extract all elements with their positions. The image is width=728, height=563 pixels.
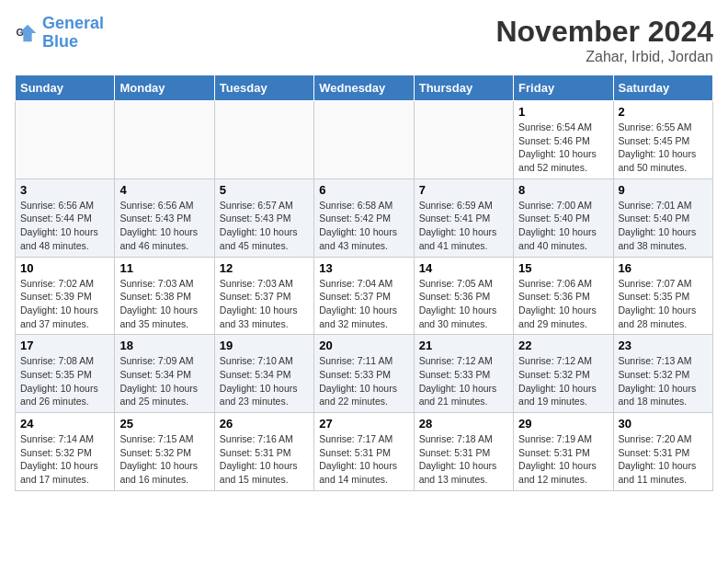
day-number: 19 — [220, 339, 309, 352]
calendar-cell: 4Sunrise: 6:56 AMSunset: 5:43 PMDaylight… — [115, 178, 214, 257]
weekday-header-wednesday: Wednesday — [314, 75, 414, 101]
calendar-cell: 18Sunrise: 7:09 AMSunset: 5:34 PMDayligh… — [115, 335, 214, 413]
calendar-cell: 14Sunrise: 7:05 AMSunset: 5:36 PMDayligh… — [414, 257, 513, 335]
day-number: 18 — [119, 339, 209, 352]
weekday-header-monday: Monday — [115, 75, 214, 101]
calendar-cell: 8Sunrise: 7:00 AMSunset: 5:40 PMDaylight… — [514, 178, 613, 257]
location: Zahar, Irbid, Jordan — [495, 49, 713, 65]
day-number: 28 — [419, 417, 508, 431]
week-row-1: 1Sunrise: 6:54 AMSunset: 5:46 PMDaylight… — [16, 101, 713, 179]
day-info: Sunrise: 7:08 AMSunset: 5:35 PMDaylight:… — [20, 354, 109, 408]
day-number: 17 — [20, 339, 109, 352]
calendar-cell: 22Sunrise: 7:12 AMSunset: 5:32 PMDayligh… — [514, 335, 613, 413]
day-info: Sunrise: 7:09 AMSunset: 5:34 PMDaylight:… — [119, 354, 209, 408]
weekday-header-thursday: Thursday — [414, 75, 513, 101]
day-info: Sunrise: 6:56 AMSunset: 5:44 PMDaylight:… — [20, 199, 109, 253]
calendar-cell: 12Sunrise: 7:03 AMSunset: 5:37 PMDayligh… — [214, 257, 313, 335]
day-info: Sunrise: 7:10 AMSunset: 5:34 PMDaylight:… — [220, 354, 309, 408]
day-number: 21 — [419, 339, 508, 352]
day-number: 9 — [619, 183, 708, 197]
day-number: 13 — [319, 261, 408, 275]
week-row-2: 3Sunrise: 6:56 AMSunset: 5:44 PMDaylight… — [16, 178, 713, 257]
calendar-cell: 2Sunrise: 6:55 AMSunset: 5:45 PMDaylight… — [613, 101, 712, 179]
day-number: 30 — [619, 417, 708, 431]
calendar-cell — [214, 101, 313, 179]
day-info: Sunrise: 7:15 AMSunset: 5:32 PMDaylight:… — [119, 432, 209, 487]
day-number: 16 — [619, 261, 708, 275]
calendar-cell — [16, 101, 115, 179]
day-info: Sunrise: 6:59 AMSunset: 5:41 PMDaylight:… — [419, 199, 508, 253]
calendar-cell: 10Sunrise: 7:02 AMSunset: 5:39 PMDayligh… — [16, 257, 115, 335]
calendar-cell: 17Sunrise: 7:08 AMSunset: 5:35 PMDayligh… — [16, 335, 115, 413]
logo-icon: G — [15, 20, 40, 46]
day-number: 23 — [619, 339, 708, 352]
day-number: 10 — [20, 261, 109, 275]
day-number: 5 — [220, 183, 309, 197]
day-number: 2 — [619, 105, 708, 119]
calendar-cell: 23Sunrise: 7:13 AMSunset: 5:32 PMDayligh… — [613, 335, 712, 413]
day-info: Sunrise: 7:13 AMSunset: 5:32 PMDaylight:… — [619, 354, 708, 408]
day-number: 4 — [119, 183, 209, 197]
day-info: Sunrise: 7:18 AMSunset: 5:31 PMDaylight:… — [419, 432, 508, 487]
logo-text: General Blue — [42, 15, 104, 52]
day-number: 1 — [518, 105, 608, 119]
calendar-cell: 19Sunrise: 7:10 AMSunset: 5:34 PMDayligh… — [214, 335, 313, 413]
calendar-table: SundayMondayTuesdayWednesdayThursdayFrid… — [15, 75, 713, 491]
day-info: Sunrise: 6:58 AMSunset: 5:42 PMDaylight:… — [319, 199, 408, 253]
day-number: 27 — [319, 417, 408, 431]
title-block: November 2024 Zahar, Irbid, Jordan — [495, 15, 713, 65]
weekday-header-friday: Friday — [514, 75, 613, 101]
day-info: Sunrise: 7:03 AMSunset: 5:38 PMDaylight:… — [119, 277, 209, 331]
day-number: 26 — [220, 417, 309, 431]
day-info: Sunrise: 6:57 AMSunset: 5:43 PMDaylight:… — [220, 199, 309, 253]
logo-line1: General — [42, 14, 104, 32]
day-number: 29 — [518, 417, 608, 431]
calendar-cell: 13Sunrise: 7:04 AMSunset: 5:37 PMDayligh… — [314, 257, 414, 335]
calendar-cell: 3Sunrise: 6:56 AMSunset: 5:44 PMDaylight… — [16, 178, 115, 257]
calendar-cell: 26Sunrise: 7:16 AMSunset: 5:31 PMDayligh… — [214, 413, 313, 491]
calendar-cell: 15Sunrise: 7:06 AMSunset: 5:36 PMDayligh… — [514, 257, 613, 335]
week-row-4: 17Sunrise: 7:08 AMSunset: 5:35 PMDayligh… — [16, 335, 713, 413]
calendar-cell — [115, 101, 214, 179]
day-number: 8 — [518, 183, 608, 197]
day-number: 7 — [419, 183, 508, 197]
calendar-cell: 28Sunrise: 7:18 AMSunset: 5:31 PMDayligh… — [414, 413, 513, 491]
calendar-cell: 11Sunrise: 7:03 AMSunset: 5:38 PMDayligh… — [115, 257, 214, 335]
logo-line2: Blue — [42, 32, 78, 51]
day-info: Sunrise: 7:00 AMSunset: 5:40 PMDaylight:… — [518, 199, 608, 253]
day-number: 11 — [119, 261, 209, 275]
calendar-cell: 25Sunrise: 7:15 AMSunset: 5:32 PMDayligh… — [115, 413, 214, 491]
calendar-cell: 27Sunrise: 7:17 AMSunset: 5:31 PMDayligh… — [314, 413, 414, 491]
calendar-cell: 6Sunrise: 6:58 AMSunset: 5:42 PMDaylight… — [314, 178, 414, 257]
weekday-row: SundayMondayTuesdayWednesdayThursdayFrid… — [16, 75, 713, 101]
day-info: Sunrise: 7:01 AMSunset: 5:40 PMDaylight:… — [619, 199, 708, 253]
week-row-3: 10Sunrise: 7:02 AMSunset: 5:39 PMDayligh… — [16, 257, 713, 335]
calendar-header: SundayMondayTuesdayWednesdayThursdayFrid… — [16, 75, 713, 101]
day-info: Sunrise: 7:12 AMSunset: 5:33 PMDaylight:… — [419, 354, 508, 408]
day-info: Sunrise: 7:06 AMSunset: 5:36 PMDaylight:… — [518, 277, 608, 331]
calendar-cell: 7Sunrise: 6:59 AMSunset: 5:41 PMDaylight… — [414, 178, 513, 257]
calendar-cell: 21Sunrise: 7:12 AMSunset: 5:33 PMDayligh… — [414, 335, 513, 413]
day-info: Sunrise: 7:07 AMSunset: 5:35 PMDaylight:… — [619, 277, 708, 331]
calendar-cell: 30Sunrise: 7:20 AMSunset: 5:31 PMDayligh… — [613, 413, 712, 491]
day-info: Sunrise: 7:17 AMSunset: 5:31 PMDaylight:… — [319, 432, 408, 487]
day-info: Sunrise: 7:11 AMSunset: 5:33 PMDaylight:… — [319, 354, 408, 408]
day-number: 22 — [518, 339, 608, 352]
calendar-cell: 29Sunrise: 7:19 AMSunset: 5:31 PMDayligh… — [514, 413, 613, 491]
calendar-cell: 16Sunrise: 7:07 AMSunset: 5:35 PMDayligh… — [613, 257, 712, 335]
month-title: November 2024 — [495, 15, 713, 49]
day-number: 25 — [119, 417, 209, 431]
day-info: Sunrise: 7:19 AMSunset: 5:31 PMDaylight:… — [518, 432, 608, 487]
logo: G General Blue — [15, 15, 104, 52]
calendar-cell — [414, 101, 513, 179]
day-number: 15 — [518, 261, 608, 275]
day-info: Sunrise: 7:03 AMSunset: 5:37 PMDaylight:… — [220, 277, 309, 331]
day-info: Sunrise: 7:05 AMSunset: 5:36 PMDaylight:… — [419, 277, 508, 331]
day-info: Sunrise: 7:12 AMSunset: 5:32 PMDaylight:… — [518, 354, 608, 408]
day-number: 24 — [20, 417, 109, 431]
weekday-header-tuesday: Tuesday — [214, 75, 313, 101]
page-header: G General Blue November 2024 Zahar, Irbi… — [15, 15, 713, 65]
day-info: Sunrise: 6:54 AMSunset: 5:46 PMDaylight:… — [518, 121, 608, 175]
calendar-cell: 20Sunrise: 7:11 AMSunset: 5:33 PMDayligh… — [314, 335, 414, 413]
day-number: 3 — [20, 183, 109, 197]
